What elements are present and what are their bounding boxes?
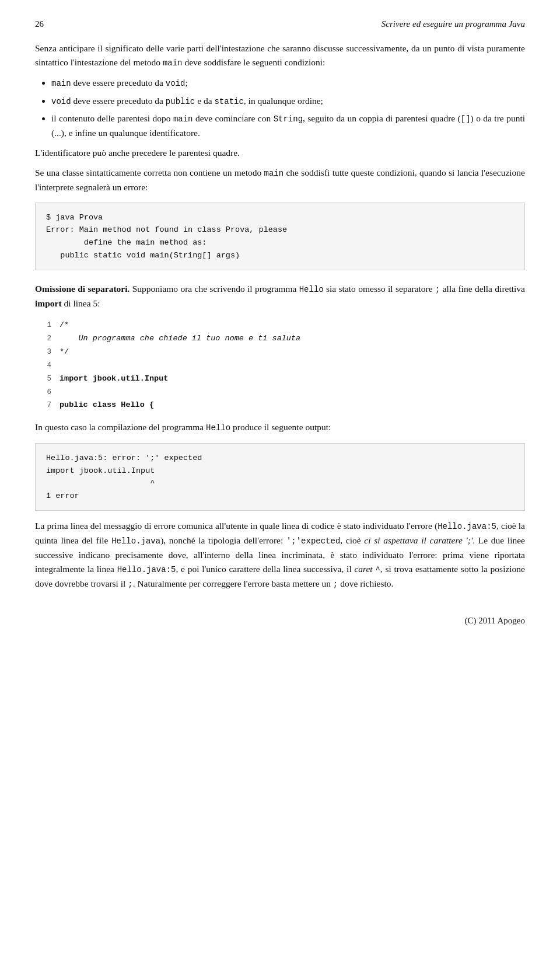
page-title: Scrivere ed eseguire un programma Java [382,18,525,31]
page-number: 26 [35,18,44,31]
line-content-6 [60,386,525,399]
code-line-1: 1 /* [35,319,525,332]
intro-text2: deve soddisfare le seguenti condizioni: [183,57,326,67]
omissione-text1: Supponiamo ora che scrivendo il programm… [130,284,299,294]
line-content-2: Un programma che chiede il tuo nome e ti… [60,332,525,346]
explanation-paragraph: La prima linea del messaggio di errore c… [35,519,525,591]
bullet2-public: public [166,97,195,106]
bullet-3: il contenuto delle parentesi dopo main d… [51,111,525,140]
paragraph-output: In questo caso la compilazione del progr… [35,420,525,435]
bullet3-brackets: [] [461,114,471,124]
line-num-1: 1 [35,319,51,332]
bullet-1: main deve essere preceduto da void; [51,76,525,90]
para3-text1: In questo caso la compilazione del progr… [35,422,206,432]
omissione-text3: alla fine della direttiva [440,284,525,294]
bullet3-main: main [173,114,193,124]
bullet3-text1: il contenuto delle parentesi dopo [51,113,173,123]
line-content-7: public class Hello { [60,399,525,412]
line-num-6: 6 [35,386,51,399]
para2-text1: Se una classe sintatticamente corretta n… [35,168,264,177]
omissione-hello: Hello [299,285,324,294]
para4-ref2: Hello.java:5 [117,565,176,574]
code-line-4: 4 [35,359,525,372]
code-line-6: 6 [35,386,525,399]
para4-file: Hello.java [111,536,160,546]
bullet3-text2: deve cominciare con [192,113,273,123]
line-num-5: 5 [35,373,51,385]
bullet1-text1: deve essere preceduto da [71,78,166,88]
para4-text4: , cioè [340,535,364,545]
para4-text3: ), nonché la tipologia dell'errore: [160,535,286,545]
error-code-block: $ java Prova Error: Main method not foun… [35,203,525,270]
line-content-1: /* [60,319,525,332]
omissione-paragraph: Omissione di separatori. Supponiamo ora … [35,282,525,311]
para4-semi2: ; [333,580,338,589]
intro-paragraph: Senza anticipare il significato delle va… [35,41,525,70]
omissione-text4: di linea 5: [62,298,100,308]
line-num-7: 7 [35,399,51,412]
paragraph-missing-main: Se una classe sintatticamente corretta n… [35,166,525,194]
para4-error: ';'expected [286,536,340,546]
omissione-import: import [35,298,62,308]
bullet1-main: main [51,79,71,88]
bullet2-static: static [214,97,243,106]
bullet2-void: void [51,97,71,106]
code-line-7: 7 public class Hello { [35,399,525,412]
line-content-3: */ [60,346,525,359]
para4-text8: . Naturalmente per correggere l'errore b… [133,578,333,588]
para4-text6: , e poi l'unico carattere della linea su… [176,564,354,574]
after-bullets-text: L'identificatore può anche precedere le … [35,146,525,160]
para4-italic: ci si aspettava il carattere ';' [364,535,473,545]
line-content-4 [60,359,525,372]
line-num-4: 4 [35,360,51,372]
bullet2-text3: , in qualunque ordine; [244,96,323,106]
para4-ref: Hello.java:5 [438,522,496,531]
para4-text1: La prima linea del messaggio di errore c… [35,521,438,531]
bullet-2: void deve essere preceduto da public e d… [51,94,525,109]
para2-main: main [264,169,284,178]
line-num-2: 2 [35,333,51,345]
bullet3-string: String [274,114,303,124]
code-line-3: 3 */ [35,346,525,359]
numbered-code-block: 1 /* 2 Un programma che chiede il tuo no… [35,319,525,413]
para4-semi1: ; [128,580,132,589]
omissione-title: Omissione di separatori. [35,284,130,294]
para3-text2: produce il seguente output: [230,422,331,432]
code-line-2: 2 Un programma che chiede il tuo nome e … [35,332,525,346]
intro-main-code: main [163,58,183,68]
after-bullets: L'identificatore può anche precedere le … [35,148,240,158]
bullet1-void: void [166,79,186,88]
bullet2-text1: deve essere preceduto da [71,96,166,106]
page-header: 26 Scrivere ed eseguire un programma Jav… [35,18,525,31]
bullet3-text3: , seguito da un coppia di parentesi quad… [303,113,461,123]
page-footer: (C) 2011 Apogeo [35,614,525,628]
line-num-3: 3 [35,346,51,358]
code-line-5: 5 import jbook.util.Input [35,372,525,386]
para4-text9: dove richiesto. [338,578,393,588]
bullet1-text2: ; [185,78,187,88]
omissione-text2: sia stato omesso il separatore [324,284,435,294]
conditions-list: main deve essere preceduto da void; void… [51,76,525,140]
para3-hello: Hello [206,423,230,433]
footer-text: (C) 2011 Apogeo [464,616,525,625]
para4-caret-label: caret [354,564,372,574]
bullet2-text2: e da [195,96,214,106]
para4-caret: ^ [375,565,380,574]
line-content-5: import jbook.util.Input [60,372,525,386]
output-code-block: Hello.java:5: error: ';' expected import… [35,443,525,511]
